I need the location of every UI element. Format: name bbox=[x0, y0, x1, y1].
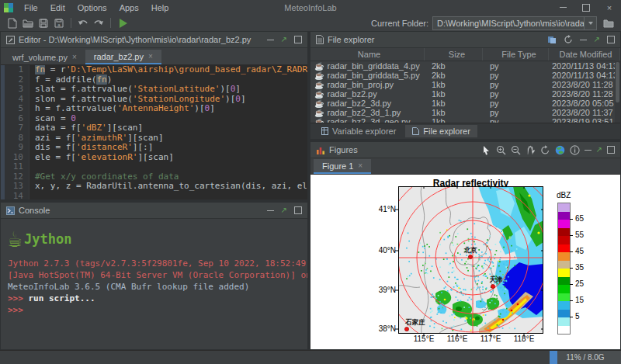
column-header-name[interactable]: Name bbox=[310, 48, 425, 61]
svg-text:a: a bbox=[57, 23, 61, 27]
menu-options[interactable]: Options bbox=[71, 2, 113, 14]
tab-radar_bz2.py[interactable]: radar_bz2.py× bbox=[85, 50, 161, 64]
table-row[interactable]: ☕radar_bin_proj.py1kbpy2023/8/20 11:28 bbox=[310, 80, 620, 89]
save-as-file-icon[interactable]: a bbox=[51, 16, 67, 30]
file-explorer-title: File explorer bbox=[328, 35, 375, 44]
menu-bar: FileEditOptionsAppsHelp bbox=[18, 2, 175, 14]
editor-title: Editor - D:\Working\MIScript\Jython\mis\… bbox=[19, 35, 251, 44]
variable-explorer-icon bbox=[321, 127, 328, 135]
copy-path-icon[interactable] bbox=[547, 36, 557, 44]
console-panel-header: Console ↗ bbox=[1, 203, 307, 219]
table-row[interactable]: ☕radar_bin_griddata_5.py2kbpy2020/11/13 … bbox=[310, 71, 620, 80]
python-file-icon: ☕ bbox=[314, 71, 324, 80]
info-icon[interactable] bbox=[570, 145, 580, 155]
python-file-icon: ☕ bbox=[314, 62, 324, 71]
scrollbar-thumb[interactable] bbox=[616, 62, 619, 102]
close-tab-icon[interactable]: × bbox=[148, 52, 153, 61]
maximize-panel-icon[interactable] bbox=[607, 146, 615, 154]
x-axis-label: 116°E bbox=[442, 335, 473, 343]
chevron-down-icon[interactable] bbox=[584, 17, 596, 29]
column-header-file-type[interactable]: File Type bbox=[483, 48, 549, 61]
run-script-icon[interactable] bbox=[115, 16, 130, 30]
float-panel-icon[interactable]: ↗ bbox=[281, 206, 287, 214]
radar-map[interactable]: 北京天津石家庄 bbox=[398, 186, 543, 334]
browse-folder-icon[interactable] bbox=[601, 16, 616, 30]
explorer-dock-tabs: Variable explorerFile explorer bbox=[310, 123, 620, 139]
file-explorer-panel: File explorer ↗ NameSizeFile TypeDate Mo… bbox=[310, 31, 621, 140]
save-file-icon[interactable] bbox=[36, 16, 51, 30]
line-number: 5 bbox=[1, 104, 29, 114]
globe-icon[interactable] bbox=[555, 145, 565, 155]
svg-text:石家庄: 石家庄 bbox=[404, 318, 425, 326]
colorbar-tick-label: 5 bbox=[575, 312, 580, 321]
close-tab-icon[interactable]: × bbox=[72, 53, 77, 61]
table-row[interactable]: ☕radar_bin_griddata_4.py2kbpy2020/11/13 … bbox=[310, 61, 620, 71]
dock-tab-variable-explorer[interactable]: Variable explorer bbox=[314, 125, 403, 137]
close-tab-icon[interactable]: × bbox=[358, 161, 363, 170]
scrollbar[interactable] bbox=[615, 61, 620, 123]
undo-icon[interactable] bbox=[75, 16, 91, 30]
menu-edit[interactable]: Edit bbox=[44, 2, 71, 14]
code-text: ele = f['elevationR'][scan] bbox=[29, 153, 174, 163]
file-explorer-icon bbox=[316, 35, 324, 44]
column-header-date-modified[interactable]: Date Modified bbox=[549, 48, 620, 61]
zoom-in-icon[interactable] bbox=[496, 145, 506, 155]
minimize-icon[interactable] bbox=[551, 0, 574, 15]
python-file-icon: ☕ bbox=[314, 99, 324, 108]
colorbar bbox=[557, 203, 571, 335]
figure-canvas[interactable]: Radar reflectivity bbox=[310, 175, 620, 349]
colorbar-tick bbox=[570, 251, 573, 252]
colorbar-tick-label: 55 bbox=[575, 231, 584, 239]
svg-text:天津: 天津 bbox=[489, 276, 504, 283]
file-table: NameSizeFile TypeDate Modified ☕radar_bi… bbox=[310, 48, 620, 123]
open-file-icon[interactable] bbox=[20, 16, 36, 30]
python-file-icon: ☕ bbox=[314, 109, 324, 117]
code-editor[interactable]: 1fn = r'D:\Temp\LaSW\airship\ground_base… bbox=[1, 65, 307, 199]
menu-apps[interactable]: Apps bbox=[113, 2, 145, 14]
current-folder-combobox[interactable]: D:\Working\MIScript\Jython\mis\io\radar bbox=[432, 16, 597, 30]
table-row[interactable]: ☕radar_bz2_3d_geo.py1kbpy2023/8/19 03:51 bbox=[310, 117, 620, 123]
colorbar-tick bbox=[570, 235, 573, 236]
colorbar-tick-label: 45 bbox=[575, 247, 584, 255]
maximize-icon[interactable] bbox=[574, 0, 598, 15]
tab-wrf_volume.py[interactable]: wrf_volume.py× bbox=[4, 50, 85, 64]
float-panel-icon[interactable]: ↗ bbox=[596, 146, 602, 154]
new-file-icon[interactable] bbox=[5, 16, 20, 30]
column-header-size[interactable]: Size bbox=[425, 48, 483, 61]
memory-gauge[interactable]: 11% / 8.0G bbox=[550, 351, 621, 364]
table-row[interactable]: ☕radar_bz2_3d.py1kbpy2023/8/20 05:05 bbox=[310, 99, 620, 108]
tab-figure-1[interactable]: Figure 1 × bbox=[314, 159, 371, 174]
memory-text: 11% / 8.0G bbox=[550, 351, 621, 364]
zoom-out-icon[interactable] bbox=[511, 145, 521, 155]
table-row[interactable]: ☕radar_bz2.py1kbpy2023/8/20 11:28 bbox=[310, 89, 620, 99]
select-arrow-icon[interactable] bbox=[481, 145, 491, 155]
float-panel-icon[interactable]: ↗ bbox=[281, 36, 287, 43]
pan-icon[interactable] bbox=[526, 145, 536, 155]
maximize-panel-icon[interactable] bbox=[294, 36, 302, 43]
minimize-panel-icon[interactable] bbox=[585, 150, 592, 151]
window-controls: × bbox=[551, 0, 621, 15]
close-icon[interactable]: × bbox=[598, 0, 621, 15]
python-file-icon: ☕ bbox=[314, 118, 324, 123]
redo-icon[interactable] bbox=[91, 16, 106, 30]
minimize-panel-icon[interactable] bbox=[267, 210, 274, 211]
line-number: 4 bbox=[1, 95, 29, 105]
maximize-panel-icon[interactable] bbox=[607, 36, 615, 43]
y-axis-label: 41°N bbox=[368, 205, 396, 213]
table-row[interactable]: ☕radar_bz2_3d_1.py1kbpy2023/8/20 11:37 bbox=[310, 108, 620, 117]
menu-file[interactable]: File bbox=[18, 2, 44, 14]
colorbar-tick-label: 15 bbox=[575, 296, 584, 304]
editor-panel-header: Editor - D:\Working\MIScript\Jython\mis\… bbox=[1, 32, 307, 48]
range-rings bbox=[361, 175, 585, 349]
menu-help[interactable]: Help bbox=[145, 2, 175, 14]
minimize-panel-icon[interactable] bbox=[580, 40, 587, 40]
float-panel-icon[interactable]: ↗ bbox=[594, 36, 600, 43]
code-line: 10ele = f['elevationR'][scan] bbox=[1, 153, 307, 163]
minimize-panel-icon[interactable] bbox=[267, 40, 274, 40]
console-output[interactable]: ☕ Jython Jython 2.7.3 (tags/v2.7.3:5f298… bbox=[1, 219, 307, 349]
dock-tab-file-explorer[interactable]: File explorer bbox=[405, 125, 477, 137]
maximize-panel-icon[interactable] bbox=[294, 206, 302, 214]
rotate-icon[interactable] bbox=[540, 145, 550, 155]
meteoinfolab-window: MeteoInfoLab FileEditOptionsAppsHelp × a bbox=[0, 0, 621, 364]
refresh-icon[interactable] bbox=[564, 35, 573, 44]
